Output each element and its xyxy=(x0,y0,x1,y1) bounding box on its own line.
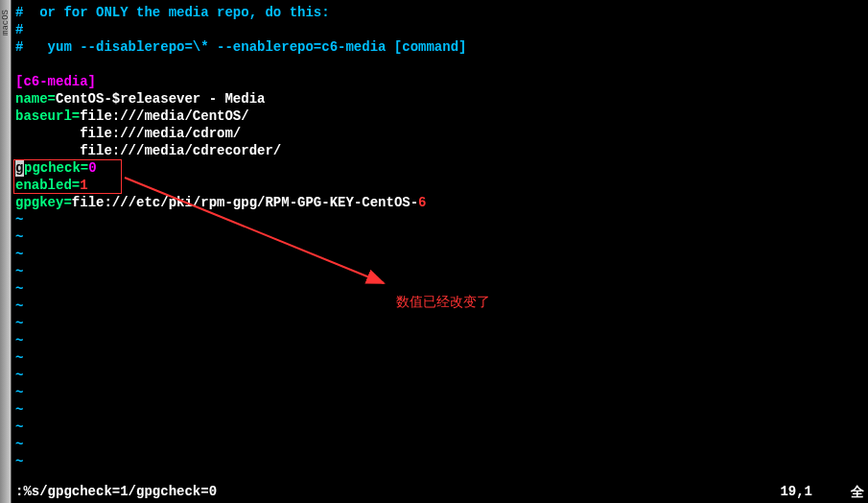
empty-line: ~ xyxy=(15,315,868,332)
scroll-indicator: 全 xyxy=(851,484,864,501)
empty-line: ~ xyxy=(15,367,868,384)
empty-line: ~ xyxy=(15,263,868,280)
code-line: [c6-media] xyxy=(15,73,868,90)
code-line: file:///media/cdrom/ xyxy=(15,125,868,142)
empty-line: ~ xyxy=(15,384,868,401)
code-line: gpgkey=file:///etc/pki/rpm-gpg/RPM-GPG-K… xyxy=(15,194,868,211)
os-sidebar: macOS xyxy=(0,0,12,503)
command-line: :%s/gpgcheck=1/gpgcheck=0 xyxy=(15,484,217,501)
empty-line: ~ xyxy=(15,419,868,436)
cursor: g xyxy=(15,159,24,177)
code-line: # or for ONLY the media repo, do this: xyxy=(15,4,868,21)
code-line: enabled=1 xyxy=(15,177,868,194)
terminal-editor[interactable]: # or for ONLY the media repo, do this: #… xyxy=(12,0,868,503)
empty-line: ~ xyxy=(15,453,868,470)
sidebar-label: macOS xyxy=(1,10,11,36)
vim-status-bar: :%s/gpgcheck=1/gpgcheck=0 19,1 全 xyxy=(15,484,864,501)
code-line: baseurl=file:///media/CentOS/ xyxy=(15,108,868,125)
empty-line: ~ xyxy=(15,436,868,453)
empty-line: ~ xyxy=(15,211,868,228)
annotation-text: 数值已经改变了 xyxy=(396,294,490,311)
code-line: name=CentOS-$releasever - Media xyxy=(15,90,868,108)
code-line: # xyxy=(15,21,868,38)
code-line: gpgcheck=0 xyxy=(15,159,868,177)
code-line: # yum --disablerepo=\* --enablerepo=c6-m… xyxy=(15,38,868,56)
empty-line: ~ xyxy=(15,349,868,367)
empty-line: ~ xyxy=(15,228,868,246)
code-line xyxy=(15,56,868,73)
code-line: file:///media/cdrecorder/ xyxy=(15,142,868,159)
empty-line: ~ xyxy=(15,401,868,419)
cursor-position: 19,1 xyxy=(780,484,812,501)
empty-line: ~ xyxy=(15,332,868,349)
empty-line: ~ xyxy=(15,246,868,263)
